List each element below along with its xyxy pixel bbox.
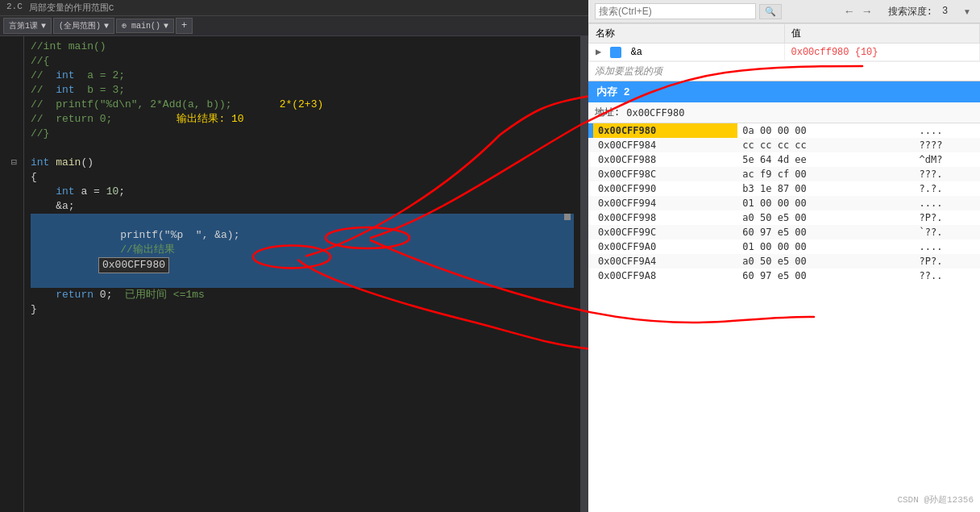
memory-ascii-cell: `??. xyxy=(914,225,980,239)
watch-col-value: 值 xyxy=(784,24,980,44)
depth-dropdown-btn[interactable]: ▼ xyxy=(961,7,974,16)
scope-dropdown-arrow: ▼ xyxy=(104,22,109,31)
code-line: &a; xyxy=(31,199,574,214)
memory-ascii-cell: ^dM? xyxy=(914,152,980,167)
code-line: // return 0;输出结果: 10 xyxy=(31,112,574,127)
code-panel: 2.C 局部变量的作用范围C 言第1课 ▼ (全局范围) ▼ ⊕ main() … xyxy=(0,0,588,512)
code-line: //int main() xyxy=(31,40,574,54)
code-area: ⊟ //int main() //{ // int a = 2; // int … xyxy=(0,36,588,512)
memory-addr-cell: 0x00CFF984 xyxy=(593,138,737,152)
watch-row[interactable]: ▶ &a 0x00cff980 {10} xyxy=(589,44,980,61)
memory-hex-cell: ac f9 cf 00 xyxy=(737,167,914,181)
watermark: CSDN @孙超12356 xyxy=(897,493,974,506)
code-content[interactable]: //int main() //{ // int a = 2; // int b … xyxy=(24,36,580,512)
memory-title: 内存 2 xyxy=(588,81,980,102)
version-bar: 2.C 局部变量的作用范围C xyxy=(0,0,588,16)
add-watch[interactable]: 添加要监视的项 xyxy=(588,61,980,81)
memory-addr-cell: 0x00CFF9A8 xyxy=(593,268,737,283)
memory-row: 0x00CFF99401 00 00 00.... xyxy=(588,196,980,210)
watch-row-value: 0x00cff980 {10} xyxy=(784,44,980,61)
memory-addr-label: 地址: xyxy=(595,106,620,119)
watch-name-text: &a xyxy=(631,47,642,58)
memory-hex-cell: b3 1e 87 00 xyxy=(737,181,914,196)
memory-addr-cell: 0x00CFF99C xyxy=(593,225,737,239)
memory-ascii-cell: .... xyxy=(914,239,980,254)
watch-col-name: 名称 xyxy=(589,24,785,44)
code-line: // int b = 3; xyxy=(31,83,574,98)
right-panel: 🔍 ← → 搜索深度: 3 ▼ 名称 值 xyxy=(588,0,980,512)
memory-hex-cell: 01 00 00 00 xyxy=(737,196,914,210)
memory-ascii-cell: ??.. xyxy=(914,268,980,283)
memory-row: 0x00CFF990b3 1e 87 00?.?. xyxy=(588,181,980,196)
code-line: { xyxy=(31,170,574,185)
memory-addr-cell: 0x00CFF988 xyxy=(593,152,737,167)
memory-addr-bar: 地址: 0x00CFF980 xyxy=(588,102,980,123)
memory-addr-cell: 0x00CFF980 xyxy=(593,123,737,138)
depth-value: 3 xyxy=(942,6,948,17)
memory-panel: 内存 2 地址: 0x00CFF980 0x00CFF9800a 00 00 0… xyxy=(588,81,980,512)
code-line: } xyxy=(31,302,574,317)
memory-hex-cell: 5e 64 4d ee xyxy=(737,152,914,167)
memory-row: 0x00CFF9A4a0 50 e5 00?P?. xyxy=(588,254,980,268)
function-dropdown[interactable]: ⊕ main() ▼ xyxy=(116,19,174,33)
watch-nav: ← → xyxy=(841,5,875,18)
memory-row: 0x00CFF99C60 97 e5 00`??. xyxy=(588,225,980,239)
line-numbers: ⊟ xyxy=(0,36,24,512)
watch-panel: 🔍 ← → 搜索深度: 3 ▼ 名称 值 xyxy=(588,0,980,81)
language-dropdown[interactable]: 言第1课 ▼ xyxy=(3,18,52,34)
scope-dropdown-label: (全局范围) xyxy=(59,20,101,31)
file-title: 局部变量的作用范围C xyxy=(29,2,114,14)
code-line: // int a = 2; xyxy=(31,69,574,83)
memory-addr-cell: 0x00CFF98C xyxy=(593,167,737,181)
memory-hex-cell: 60 97 e5 00 xyxy=(737,225,914,239)
code-line: int main() xyxy=(31,156,574,170)
vertical-scrollbar[interactable] xyxy=(580,36,588,512)
memory-row: 0x00CFF984cc cc cc cc???? xyxy=(588,138,980,152)
code-line: //{ xyxy=(31,54,574,69)
function-dropdown-label: ⊕ main() xyxy=(122,21,160,31)
search-icon-btn[interactable]: 🔍 xyxy=(759,4,782,19)
memory-hex-cell: 0a 00 00 00 xyxy=(737,123,914,138)
memory-addr-cell: 0x00CFF990 xyxy=(593,181,737,196)
memory-row: 0x00CFF9885e 64 4d ee^dM? xyxy=(588,152,980,167)
memory-row: 0x00CFF98Cac f9 cf 00???. xyxy=(588,167,980,181)
language-dropdown-label: 言第1课 xyxy=(9,20,38,31)
nav-right-btn[interactable]: → xyxy=(859,5,875,18)
toolbar: 言第1课 ▼ (全局范围) ▼ ⊕ main() ▼ + xyxy=(0,16,588,36)
memory-ascii-cell: .... xyxy=(914,123,980,138)
memory-row: 0x00CFF9A001 00 00 00.... xyxy=(588,239,980,254)
watch-row-name: ▶ &a xyxy=(589,44,785,61)
memory-table: 0x00CFF9800a 00 00 00....0x00CFF984cc cc… xyxy=(588,123,980,283)
memory-hex-cell: a0 50 e5 00 xyxy=(737,210,914,225)
memory-hex-cell: a0 50 e5 00 xyxy=(737,254,914,268)
code-line: //} xyxy=(31,127,574,141)
code-line xyxy=(31,141,574,156)
memory-table-container[interactable]: 0x00CFF9800a 00 00 00....0x00CFF984cc cc… xyxy=(588,123,980,512)
function-dropdown-arrow: ▼ xyxy=(164,22,168,31)
watch-search-input[interactable] xyxy=(595,3,756,19)
memory-ascii-cell: .... xyxy=(914,196,980,210)
code-line: int a = 10; xyxy=(31,185,574,199)
code-line: // printf("%d\n", 2*Add(a, b)); 2*(2+3) xyxy=(31,98,574,112)
memory-ascii-cell: ?P?. xyxy=(914,210,980,225)
memory-ascii-cell: ???. xyxy=(914,167,980,181)
memory-hex-cell: 60 97 e5 00 xyxy=(737,268,914,283)
scope-dropdown[interactable]: (全局范围) ▼ xyxy=(53,18,114,34)
version-text: 2.C xyxy=(6,2,23,14)
memory-row: 0x00CFF9A860 97 e5 00??.. xyxy=(588,268,980,283)
depth-label: 搜索深度: xyxy=(888,5,932,19)
memory-row: 0x00CFF998a0 50 e5 00?P?. xyxy=(588,210,980,225)
memory-row: 0x00CFF9800a 00 00 00.... xyxy=(588,123,980,138)
memory-ascii-cell: ?P?. xyxy=(914,254,980,268)
memory-hex-cell: cc cc cc cc xyxy=(737,138,914,152)
language-dropdown-arrow: ▼ xyxy=(41,22,46,31)
memory-addr-cell: 0x00CFF994 xyxy=(593,196,737,210)
add-btn[interactable]: + xyxy=(176,18,193,34)
code-line: return 0; 已用时间 <=1ms xyxy=(31,288,574,302)
code-line-highlighted: printf("%p ", &a); //输出结果 0x00CFF980 xyxy=(31,214,574,288)
expand-icon: ▶ xyxy=(596,47,601,58)
memory-addr-cell: 0x00CFF9A4 xyxy=(593,254,737,268)
line-indicator xyxy=(564,214,571,220)
nav-left-btn[interactable]: ← xyxy=(841,5,858,18)
watch-header: 🔍 ← → 搜索深度: 3 ▼ xyxy=(588,0,980,23)
